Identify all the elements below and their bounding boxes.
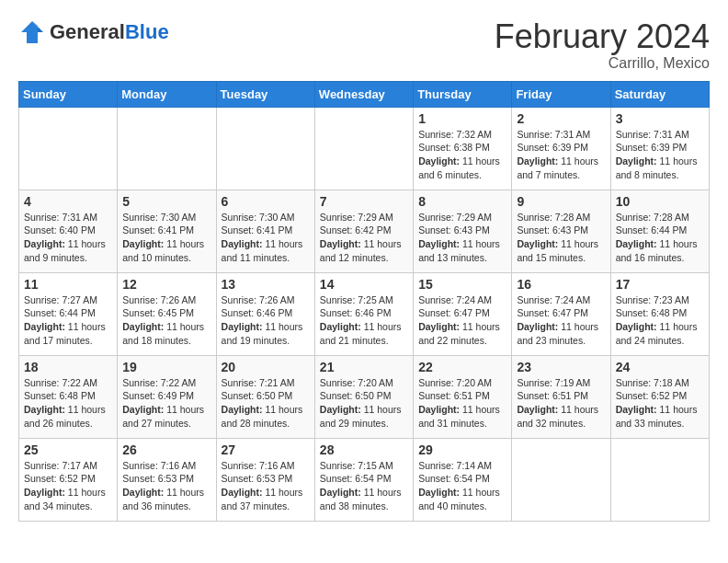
cell-info-line: Sunrise: 7:29 AM	[320, 211, 408, 224]
cell-info-line: Daylight: 11 hours and 26 minutes.	[24, 403, 112, 430]
cell-info-line: Sunset: 6:50 PM	[222, 389, 310, 403]
cell-info-line: Sunrise: 7:28 AM	[517, 211, 605, 224]
column-header-monday: Monday	[118, 81, 216, 107]
cell-info-line: Sunrise: 7:31 AM	[517, 128, 605, 142]
calendar-week-1: 1Sunrise: 7:32 AMSunset: 6:38 PMDaylight…	[19, 107, 710, 190]
cell-info-line: Sunset: 6:48 PM	[616, 306, 704, 320]
cell-info-line: Daylight: 11 hours and 28 minutes.	[222, 403, 310, 430]
calendar-cell: 22Sunrise: 7:20 AMSunset: 6:51 PMDayligh…	[414, 355, 512, 438]
cell-info-line: Sunset: 6:47 PM	[418, 306, 506, 320]
cell-info-line: Sunset: 6:39 PM	[517, 141, 605, 155]
page-subtitle: Carrillo, Mexico	[495, 55, 710, 72]
cell-info-line: Sunrise: 7:20 AM	[418, 376, 506, 390]
calendar-cell: 8Sunrise: 7:29 AMSunset: 6:43 PMDaylight…	[414, 190, 512, 272]
cell-info-line: Daylight: 11 hours and 29 minutes.	[320, 403, 408, 430]
day-number: 18	[24, 360, 112, 374]
cell-info-line: Sunrise: 7:18 AM	[616, 376, 704, 390]
cell-info-line: Daylight: 11 hours and 8 minutes.	[616, 155, 704, 181]
day-number: 14	[320, 277, 408, 292]
cell-info-line: Sunrise: 7:25 AM	[320, 293, 408, 307]
cell-info-line: Daylight: 11 hours and 22 minutes.	[418, 320, 506, 347]
calendar-cell: 9Sunrise: 7:28 AMSunset: 6:43 PMDaylight…	[512, 190, 610, 272]
cell-info-line: Sunrise: 7:28 AM	[616, 211, 704, 224]
day-number: 26	[122, 442, 210, 457]
cell-info-line: Daylight: 11 hours and 32 minutes.	[517, 403, 605, 430]
cell-info-line: Sunset: 6:43 PM	[517, 224, 605, 237]
cell-info-line: Sunset: 6:53 PM	[122, 472, 210, 486]
cell-info-line: Sunrise: 7:29 AM	[418, 211, 506, 224]
day-number: 16	[517, 277, 605, 292]
calendar-cell: 4Sunrise: 7:31 AMSunset: 6:40 PMDaylight…	[19, 190, 118, 272]
cell-info-line: Daylight: 11 hours and 11 minutes.	[222, 237, 310, 264]
cell-info-line: Sunset: 6:51 PM	[517, 389, 605, 403]
cell-info-line: Sunrise: 7:14 AM	[418, 459, 506, 473]
day-number: 20	[222, 360, 310, 374]
calendar-cell	[512, 438, 610, 521]
day-number: 6	[222, 194, 310, 209]
cell-info-line: Sunrise: 7:27 AM	[24, 293, 112, 307]
cell-info-line: Daylight: 11 hours and 18 minutes.	[122, 320, 210, 347]
day-number: 27	[222, 442, 310, 457]
title-section: February 2024 Carrillo, Mexico	[495, 18, 710, 72]
day-number: 21	[320, 360, 408, 374]
calendar-cell: 11Sunrise: 7:27 AMSunset: 6:44 PMDayligh…	[19, 272, 118, 355]
cell-info-line: Daylight: 11 hours and 16 minutes.	[616, 237, 704, 264]
cell-info-line: Sunset: 6:44 PM	[616, 224, 704, 237]
cell-info-line: Daylight: 11 hours and 10 minutes.	[122, 237, 210, 264]
day-number: 9	[517, 194, 605, 209]
day-number: 1	[418, 111, 506, 126]
cell-info-line: Sunset: 6:52 PM	[24, 472, 112, 486]
cell-info-line: Daylight: 11 hours and 13 minutes.	[418, 237, 506, 264]
calendar-cell: 21Sunrise: 7:20 AMSunset: 6:50 PMDayligh…	[314, 355, 413, 438]
calendar-cell: 3Sunrise: 7:31 AMSunset: 6:39 PMDaylight…	[610, 107, 709, 190]
cell-info-line: Sunset: 6:46 PM	[222, 306, 310, 320]
calendar-cell: 5Sunrise: 7:30 AMSunset: 6:41 PMDaylight…	[118, 190, 216, 272]
day-number: 11	[24, 277, 112, 292]
logo: GeneralBlue	[18, 18, 169, 46]
day-number: 23	[517, 360, 605, 374]
cell-info-line: Sunset: 6:54 PM	[418, 472, 506, 486]
cell-info-line: Sunset: 6:52 PM	[616, 389, 704, 403]
day-number: 12	[122, 277, 210, 292]
day-number: 29	[418, 442, 506, 457]
calendar-cell: 26Sunrise: 7:16 AMSunset: 6:53 PMDayligh…	[118, 438, 216, 521]
cell-info-line: Sunrise: 7:23 AM	[616, 293, 704, 307]
cell-info-line: Sunrise: 7:31 AM	[616, 128, 704, 142]
column-header-saturday: Saturday	[610, 81, 709, 107]
cell-info-line: Daylight: 11 hours and 33 minutes.	[616, 403, 704, 430]
cell-info-line: Daylight: 11 hours and 6 minutes.	[418, 155, 506, 181]
calendar-cell: 15Sunrise: 7:24 AMSunset: 6:47 PMDayligh…	[414, 272, 512, 355]
cell-info-line: Sunrise: 7:24 AM	[418, 293, 506, 307]
calendar-week-4: 18Sunrise: 7:22 AMSunset: 6:48 PMDayligh…	[19, 355, 710, 438]
calendar-cell: 16Sunrise: 7:24 AMSunset: 6:47 PMDayligh…	[512, 272, 610, 355]
calendar-cell: 17Sunrise: 7:23 AMSunset: 6:48 PMDayligh…	[610, 272, 709, 355]
cell-info-line: Sunrise: 7:16 AM	[222, 459, 310, 473]
cell-info-line: Daylight: 11 hours and 9 minutes.	[24, 237, 112, 264]
cell-info-line: Sunset: 6:48 PM	[24, 389, 112, 403]
calendar-cell: 20Sunrise: 7:21 AMSunset: 6:50 PMDayligh…	[216, 355, 314, 438]
calendar-cell: 24Sunrise: 7:18 AMSunset: 6:52 PMDayligh…	[610, 355, 709, 438]
cell-info-line: Daylight: 11 hours and 34 minutes.	[24, 486, 112, 512]
cell-info-line: Daylight: 11 hours and 37 minutes.	[222, 486, 310, 512]
calendar-cell: 6Sunrise: 7:30 AMSunset: 6:41 PMDaylight…	[216, 190, 314, 272]
cell-info-line: Sunrise: 7:20 AM	[320, 376, 408, 390]
calendar-cell	[314, 107, 413, 190]
day-number: 7	[320, 194, 408, 209]
cell-info-line: Sunrise: 7:16 AM	[122, 459, 210, 473]
cell-info-line: Sunset: 6:47 PM	[517, 306, 605, 320]
cell-info-line: Sunrise: 7:30 AM	[222, 211, 310, 224]
calendar-cell: 7Sunrise: 7:29 AMSunset: 6:42 PMDaylight…	[314, 190, 413, 272]
day-number: 10	[616, 194, 704, 209]
cell-info-line: Sunset: 6:50 PM	[320, 389, 408, 403]
cell-info-line: Daylight: 11 hours and 7 minutes.	[517, 155, 605, 181]
calendar-cell: 28Sunrise: 7:15 AMSunset: 6:54 PMDayligh…	[314, 438, 413, 521]
cell-info-line: Daylight: 11 hours and 12 minutes.	[320, 237, 408, 264]
cell-info-line: Sunrise: 7:24 AM	[517, 293, 605, 307]
calendar-cell: 13Sunrise: 7:26 AMSunset: 6:46 PMDayligh…	[216, 272, 314, 355]
calendar-week-2: 4Sunrise: 7:31 AMSunset: 6:40 PMDaylight…	[19, 190, 710, 272]
calendar-cell: 1Sunrise: 7:32 AMSunset: 6:38 PMDaylight…	[414, 107, 512, 190]
calendar-week-5: 25Sunrise: 7:17 AMSunset: 6:52 PMDayligh…	[19, 438, 710, 521]
cell-info-line: Daylight: 11 hours and 23 minutes.	[517, 320, 605, 347]
calendar-table: SundayMondayTuesdayWednesdayThursdayFrid…	[18, 81, 710, 522]
page-title: February 2024	[495, 18, 710, 55]
